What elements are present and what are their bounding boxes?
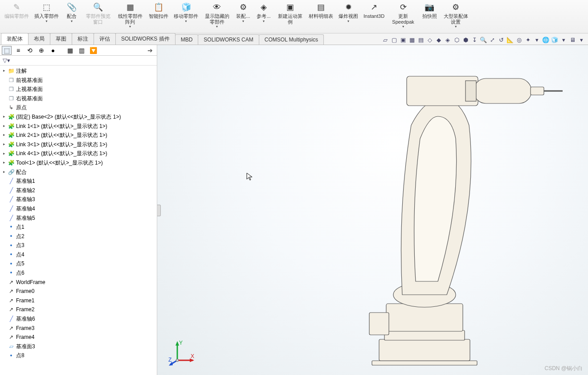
tree-node-14[interactable]: ╱基准轴3 xyxy=(0,195,157,204)
viewbar-btn-7[interactable]: ◈ xyxy=(444,36,452,44)
tab-sketch[interactable]: 草图 xyxy=(50,33,72,45)
ribbon-exploded[interactable]: ✹爆炸视图▼ xyxy=(336,1,361,32)
mgr-tab-1[interactable]: ≡ xyxy=(13,46,23,55)
viewbar-btn-14[interactable]: 📐 xyxy=(506,36,514,44)
mgr-tab-6[interactable]: ▦ xyxy=(65,46,75,55)
tree-node-19[interactable]: ●点3 xyxy=(0,241,157,250)
panel-splitter[interactable] xyxy=(157,205,161,216)
mgr-tab-4[interactable]: ● xyxy=(48,46,58,55)
tree-node-23[interactable]: ↗WorldFrame xyxy=(0,278,157,287)
mgr-tab-8[interactable]: 🔽 xyxy=(88,46,98,55)
tree-node-31[interactable]: ●点8 xyxy=(0,351,157,360)
expand-icon[interactable]: ▸ xyxy=(2,160,6,166)
viewbar-btn-5[interactable]: ◇ xyxy=(426,36,434,44)
viewbar-btn-15[interactable]: ◎ xyxy=(515,36,523,44)
viewbar-btn-18[interactable]: 🌐 xyxy=(542,36,550,44)
viewbar-btn-1[interactable]: ▢ xyxy=(390,36,398,44)
tree-node-16[interactable]: ╱基准轴5 xyxy=(0,214,157,223)
tree-node-0[interactable]: ▸📁注解 xyxy=(0,66,157,76)
viewbar-btn-22[interactable]: ▾ xyxy=(577,36,585,44)
viewbar-btn-10[interactable]: ↧ xyxy=(470,36,478,44)
viewbar-btn-6[interactable]: ◆ xyxy=(435,36,443,44)
expand-icon[interactable]: ▸ xyxy=(2,123,6,129)
ribbon-bom[interactable]: ▤材料明细表 xyxy=(306,1,336,32)
tree-node-13[interactable]: ╱基准轴2 xyxy=(0,186,157,195)
tab-evaluate[interactable]: 评估 xyxy=(94,33,116,45)
tree-node-7[interactable]: ▸🧩Link 2<1> (默认<<默认>_显示状态 1>) xyxy=(0,131,157,140)
viewbar-btn-16[interactable]: ✦ xyxy=(524,36,532,44)
mgr-tab-2[interactable]: ⟲ xyxy=(25,46,35,55)
filter-bar[interactable]: ▽▾ xyxy=(0,56,157,66)
tree-node-29[interactable]: ↗Frame4 xyxy=(0,333,157,342)
tab-assembly[interactable]: 装配体 xyxy=(1,33,29,45)
tree-node-6[interactable]: ▸🧩Link 1<1> (默认<<默认>_显示状态 1>) xyxy=(0,122,157,131)
viewbar-btn-11[interactable]: 🔍 xyxy=(479,36,487,44)
tree-node-26[interactable]: ↗Frame2 xyxy=(0,305,157,314)
expand-icon[interactable]: ▸ xyxy=(2,141,6,148)
ribbon-smart-fastener[interactable]: 📋智能扣件 xyxy=(146,1,171,32)
viewbar-btn-20[interactable]: ▾ xyxy=(559,36,568,44)
ribbon-show-hidden[interactable]: 👁显示隐藏的零部件▼ xyxy=(201,1,233,32)
expand-icon[interactable]: ▸ xyxy=(2,132,6,138)
viewbar-btn-2[interactable]: ▣ xyxy=(399,36,407,44)
tree-node-20[interactable]: ●点4 xyxy=(0,250,157,260)
tree-node-3[interactable]: ❐右视基准面 xyxy=(0,94,157,103)
tab-sw-cam[interactable]: SOLIDWORKS CAM xyxy=(198,34,259,45)
ribbon-speedpak[interactable]: ⟳更新Speedpak▼ xyxy=(387,1,419,32)
ribbon-large-assy[interactable]: ⚙大型装配体设置▼ xyxy=(440,1,472,32)
tree-node-15[interactable]: ╱基准轴4 xyxy=(0,204,157,214)
ribbon-new-motion[interactable]: ▣新建运动算例 xyxy=(274,1,306,32)
mgr-collapse-arrow[interactable]: ➔ xyxy=(145,46,155,55)
ribbon-ref-geom[interactable]: ◈参考...▼ xyxy=(253,1,274,32)
viewbar-btn-19[interactable]: 🧊 xyxy=(551,36,559,44)
ribbon-instant3d[interactable]: ↗Instant3D xyxy=(361,1,387,32)
mgr-tab-3[interactable]: ⊕ xyxy=(37,46,46,55)
mgr-tab-7[interactable]: ▥ xyxy=(77,46,86,55)
tree-node-18[interactable]: ●点2 xyxy=(0,232,157,241)
view-triad[interactable]: Y X Z xyxy=(168,340,195,367)
tree-node-10[interactable]: ▸🧩Tool<1> (默认<<默认>_显示状态 1>) xyxy=(0,158,157,168)
viewbar-btn-3[interactable]: ▦ xyxy=(408,36,416,44)
tree-node-1[interactable]: ❐前视基准面 xyxy=(0,76,157,85)
ribbon-insert-comp[interactable]: ⬚插入零部件▼ xyxy=(32,1,61,32)
viewbar-btn-13[interactable]: ↺ xyxy=(497,36,505,44)
expand-icon[interactable]: ▸ xyxy=(2,114,6,120)
ribbon-linear-pattern[interactable]: ▦线性零部件阵列▼ xyxy=(114,1,146,32)
tab-comsol[interactable]: COMSOL Multiphysics xyxy=(259,34,324,45)
tab-layout[interactable]: 布局 xyxy=(28,33,50,45)
tab-mbd[interactable]: MBD xyxy=(175,34,199,45)
viewbar-btn-12[interactable]: ⤢ xyxy=(488,36,496,44)
viewbar-btn-17[interactable]: ▾ xyxy=(533,36,541,44)
tree-node-28[interactable]: ↗Frame3 xyxy=(0,324,157,333)
tree-node-9[interactable]: ▸🧩Link 4<1> (默认<<默认>_显示状态 1>) xyxy=(0,149,157,158)
tree-node-12[interactable]: ╱基准轴1 xyxy=(0,177,157,186)
expand-icon[interactable]: ▸ xyxy=(2,169,6,175)
viewbar-btn-8[interactable]: ⬡ xyxy=(453,36,461,44)
tab-sw-addins[interactable]: SOLIDWORKS 插件 xyxy=(115,33,176,45)
tree-node-21[interactable]: ●点5 xyxy=(0,259,157,268)
tree-node-2[interactable]: ❐上视基准面 xyxy=(0,85,157,94)
tab-annotate[interactable]: 标注 xyxy=(72,33,94,45)
viewbar-btn-4[interactable]: ▤ xyxy=(417,36,425,44)
ribbon-snapshot[interactable]: 📷拍快照 xyxy=(419,1,440,32)
expand-icon[interactable]: ▸ xyxy=(2,68,6,74)
tree-node-25[interactable]: ↗Frame1 xyxy=(0,296,157,305)
ribbon-assy-feat[interactable]: ⚙装配...▼ xyxy=(233,1,253,32)
tree-node-22[interactable]: ●点6 xyxy=(0,268,157,278)
expand-icon[interactable]: ▸ xyxy=(2,151,6,157)
tree-node-11[interactable]: ▸🔗配合 xyxy=(0,168,157,177)
mgr-tab-0[interactable]: ⬚ xyxy=(2,46,12,55)
tree-node-4[interactable]: ↳原点 xyxy=(0,103,157,112)
viewbar-btn-21[interactable]: 🖥 xyxy=(568,36,576,44)
tree-node-8[interactable]: ▸🧩Link 3<1> (默认<<默认>_显示状态 1>) xyxy=(0,140,157,149)
tree-node-30[interactable]: ▱基准面3 xyxy=(0,342,157,351)
ribbon-mate[interactable]: 📎配合▼ xyxy=(61,1,82,32)
viewbar-btn-9[interactable]: ⬢ xyxy=(461,36,470,44)
tree-node-17[interactable]: ●点1 xyxy=(0,223,157,232)
graphics-viewport[interactable]: Y X Z CSDN @锅小白 xyxy=(157,45,588,375)
tree-node-5[interactable]: ▸🧩(固定) Base<2> (默认<<默认>_显示状态 1>) xyxy=(0,112,157,122)
tree-node-27[interactable]: ╱基准轴6 xyxy=(0,314,157,324)
tree-node-24[interactable]: ↗Frame0 xyxy=(0,287,157,296)
ribbon-move-comp[interactable]: 🧊移动零部件▼ xyxy=(171,1,201,32)
viewbar-btn-0[interactable]: ▱ xyxy=(381,36,389,44)
